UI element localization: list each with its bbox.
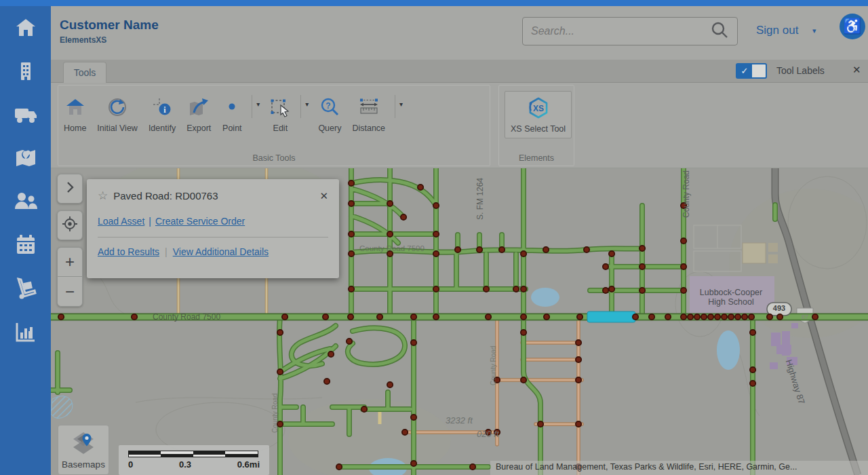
sidebar [0,6,51,475]
group-basic-tools: Home Initial View i Identify Export Poin… [58,85,490,166]
link-separator: | [149,216,151,227]
separator [300,95,301,118]
add-to-results-link[interactable]: Add to Results [98,246,159,257]
tool-labels-toggle[interactable]: ✓ [736,63,767,79]
create-service-order-link[interactable]: Create Service Order [155,216,245,227]
home-icon [14,16,37,42]
export-button[interactable]: Export [181,91,216,137]
expand-panel-button[interactable] [57,174,83,204]
top-accent-strip [0,0,868,6]
distance-button[interactable]: Distance [347,91,391,137]
tool-label: Query [318,124,341,133]
distance-dropdown-caret[interactable]: ▾ [399,100,403,108]
search-icon[interactable] [710,20,729,42]
accessibility-button[interactable]: ♿ [840,14,865,39]
group-label-elements: Elements [499,153,574,163]
tool-label: Distance [352,124,385,133]
sidebar-item-people[interactable] [11,189,41,216]
point-dropdown-caret[interactable]: ▾ [256,100,260,108]
view-additional-details-link[interactable]: View Additional Details [173,246,269,257]
xs-select-icon: XS [528,96,549,120]
close-icon[interactable]: ✕ [852,64,861,76]
tool-label: Edit [273,124,288,133]
tab-bar: Tools ✓ Tool Labels ✕ [51,60,868,83]
sign-out-caret-icon[interactable]: ▾ [812,26,816,35]
popup-close-icon[interactable]: ✕ [319,190,328,202]
edit-icon [269,95,291,119]
search-box[interactable] [522,17,738,45]
scale-start: 0 [128,459,133,470]
tool-label: Export [186,124,211,133]
svg-text:?: ? [326,101,331,111]
tab-tools[interactable]: Tools [63,62,106,83]
group-label-basic-tools: Basic Tools [58,153,490,163]
page-title: Customer Name [60,18,159,33]
tool-label: Initial View [97,124,138,133]
tool-labels-label: Tool Labels [776,65,825,76]
edit-dropdown-caret[interactable]: ▾ [305,100,309,108]
export-icon [188,95,210,119]
distance-icon [358,95,380,119]
identify-popup: ☆ Paved Road: RD00763 ✕ Load Asset|Creat… [87,179,339,278]
identify-icon: i [152,95,172,119]
tool-label: XS Select Tool [511,124,566,134]
zoom-out-button[interactable]: − [58,277,82,306]
map-canvas[interactable]: S. FM 1264 County Road 2300 Lubbock-Coop… [51,168,868,475]
sidebar-item-home[interactable] [11,16,41,43]
ribbon-toolbar: Home Initial View i Identify Export Poin… [51,83,868,168]
link-separator: | [165,246,167,257]
map-attribution: Bureau of Land Management, Texas Parks &… [490,461,868,475]
scale-strip [128,454,258,457]
initial-view-button[interactable]: Initial View [92,91,143,137]
zoom-control: + − [57,247,83,307]
wheelchair-icon: ♿ [843,18,861,35]
tool-label: Point [222,124,242,133]
search-input[interactable] [531,25,710,37]
group-elements: XS XS Select Tool Elements [498,85,574,166]
zoom-in-button[interactable]: + [58,248,82,277]
sidebar-item-facilities[interactable] [11,59,41,86]
selected-road-segment [587,311,635,322]
sidebar-item-map[interactable] [11,146,41,173]
point-tool-button[interactable]: Point [216,91,248,137]
svg-text:XS: XS [533,104,544,113]
sign-out-link[interactable]: Sign out [756,24,798,37]
home-tool-icon [65,95,85,119]
tool-label: Home [64,124,86,133]
popup-title: Paved Road: RD00763 [113,190,218,202]
building-icon [14,60,37,86]
sidebar-item-reports[interactable] [11,320,41,347]
home-tool-button[interactable]: Home [58,91,92,137]
scale-end: 0.6mi [237,459,260,470]
edit-tool-button[interactable]: Edit [264,91,296,137]
chevron-right-icon [65,181,75,196]
basemaps-button[interactable]: Basemaps [58,425,109,475]
point-icon [222,95,242,119]
calendar-icon [14,233,37,259]
truck-icon [14,103,38,129]
scale-bar: 0 0.3 0.6mi [119,445,269,475]
popup-divider [98,237,328,238]
sidebar-item-fleet[interactable] [11,102,41,130]
initial-view-icon [107,95,127,119]
users-icon [14,190,38,216]
sidebar-item-schedule[interactable] [11,233,41,260]
identify-button[interactable]: i Identify [143,91,181,137]
separator [252,95,252,118]
separator [395,95,395,118]
load-asset-link[interactable]: Load Asset [98,216,144,227]
basemaps-icon [71,431,96,457]
basemaps-label: Basemaps [62,459,105,470]
map-pin-icon [14,147,37,172]
app-name: ElementsXS [60,35,106,45]
bar-chart-icon [14,320,37,346]
favorite-star-icon[interactable]: ☆ [98,189,108,203]
xs-select-tool-button[interactable]: XS XS Select Tool [505,91,572,138]
sidebar-item-materials[interactable] [11,276,41,303]
app-header: Customer Name ElementsXS Sign out ▾ ♿ [51,6,868,60]
query-button[interactable]: ? Query [313,91,347,137]
query-icon: ? [319,95,340,119]
locate-button[interactable] [57,210,83,240]
locate-icon [62,216,78,235]
tool-label: Identify [149,124,176,133]
